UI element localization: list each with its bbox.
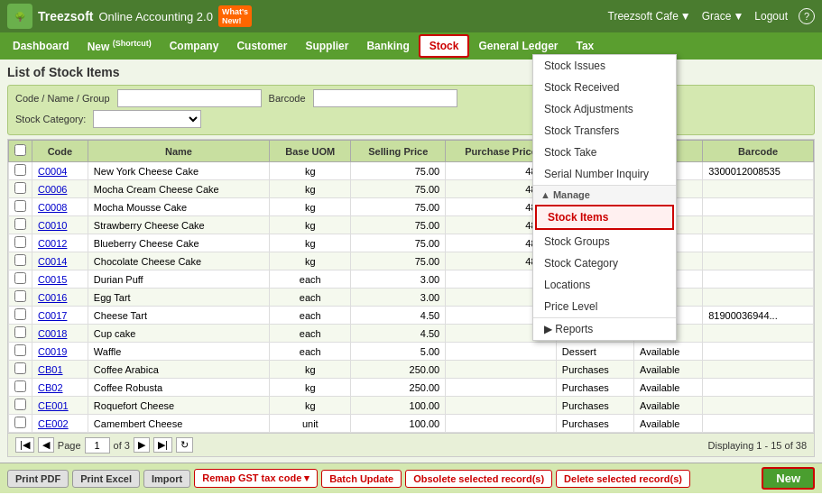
page-input[interactable] [85,437,110,454]
next-page-button[interactable]: ▶ [134,437,150,453]
row-code-9: C0018 [32,325,88,343]
code-name-group-label: Code / Name / Group [15,93,110,104]
row-barcode-4 [703,234,814,252]
code-link-2[interactable]: C0008 [38,202,67,213]
row-code-2: C0008 [32,198,88,216]
table-row: C0012 Blueberry Cheese Cake kg 75.00 48.… [9,234,814,252]
nav-customer[interactable]: Customer [227,36,296,56]
row-check-6[interactable] [14,272,26,284]
dropdown-stock-items[interactable]: Stock Items [535,205,674,230]
row-code-1: C0006 [32,180,88,198]
prev-page-button[interactable]: ◀ [38,437,54,453]
dropdown-stock-take[interactable]: Stock Take [533,142,676,163]
row-check-10[interactable] [14,344,26,356]
logout-link[interactable]: Logout [754,10,788,23]
row-name-10: Waffle [88,343,269,361]
row-name-8: Cheese Tart [88,307,269,325]
row-check-12[interactable] [14,380,26,392]
code-link-14[interactable]: CE002 [38,418,69,429]
dropdown-locations[interactable]: Locations [533,274,676,296]
print-pdf-button[interactable]: Print PDF [7,470,69,488]
code-link-9[interactable]: C0018 [38,328,67,339]
nav-banking[interactable]: Banking [357,36,418,56]
cafe-dropdown[interactable]: Treezsoft Cafe ▼ [608,10,691,23]
stock-category-select[interactable] [93,110,201,128]
delete-button[interactable]: Delete selected record(s) [556,470,690,488]
stock-items-table: Code Name Base UOM Selling Price Purchas… [7,139,815,434]
nav-new[interactable]: New (Shortcut) [79,35,161,57]
code-link-3[interactable]: C0010 [38,220,67,231]
refresh-button[interactable]: ↻ [176,437,193,453]
row-selling-10: 5.00 [351,343,446,361]
row-check-13[interactable] [14,399,26,410]
dropdown-stock-transfers[interactable]: Stock Transfers [533,120,676,142]
dropdown-stock-adjustments[interactable]: Stock Adjustments [533,98,676,120]
dropdown-stock-received[interactable]: Stock Received [533,77,676,98]
row-uom-8: each [270,307,351,325]
dropdown-stock-groups[interactable]: Stock Groups [533,231,676,252]
nav-general-ledger[interactable]: General Ledger [469,36,567,56]
row-check-0[interactable] [14,164,26,176]
row-check-4[interactable] [14,236,26,248]
code-link-13[interactable]: CE001 [38,400,69,411]
row-check-1[interactable] [14,182,26,194]
code-name-group-input[interactable] [117,89,262,107]
row-purchase-13 [446,397,557,415]
nav-company[interactable]: Company [161,36,228,56]
first-page-button[interactable]: |◀ [15,437,34,453]
code-link-6[interactable]: C0015 [38,274,67,285]
code-link-7[interactable]: C0016 [38,292,67,303]
remap-gst-button[interactable]: Remap GST tax code ▾ [194,469,318,488]
dropdown-stock-category[interactable]: Stock Category [533,252,676,274]
new-button[interactable]: New [762,467,815,490]
last-page-button[interactable]: ▶| [153,437,172,453]
nav-tax[interactable]: Tax [567,36,603,56]
code-link-12[interactable]: CB02 [38,382,63,393]
obsolete-button[interactable]: Obsolete selected record(s) [405,470,552,488]
import-button[interactable]: Import [143,470,190,488]
batch-update-button[interactable]: Batch Update [321,470,402,488]
code-link-10[interactable]: C0019 [38,346,67,357]
row-check-9[interactable] [14,326,26,338]
code-link-5[interactable]: C0014 [38,256,67,267]
nav-bar: Dashboard New (Shortcut) Company Custome… [0,32,822,60]
row-check-14[interactable] [14,417,26,428]
user-dropdown[interactable]: Grace ▼ [702,10,744,23]
row-name-9: Cup cake [88,325,269,343]
code-link-8[interactable]: C0017 [38,310,67,321]
row-check-8[interactable] [14,308,26,320]
row-code-7: C0016 [32,289,88,307]
code-link-0[interactable]: C0004 [38,166,67,177]
help-icon[interactable]: ? [799,8,815,24]
row-check-3[interactable] [14,218,26,230]
row-selling-4: 75.00 [351,234,446,252]
nav-stock[interactable]: Stock [419,34,470,58]
table-row: CE002 Camembert Cheese unit 100.00 Purch… [9,415,814,433]
select-all-checkbox[interactable] [14,144,26,156]
nav-dashboard[interactable]: Dashboard [4,36,79,56]
row-barcode-7 [703,289,814,307]
code-link-4[interactable]: C0012 [38,238,67,249]
table-row: CB02 Coffee Robusta kg 250.00 Purchases … [9,379,814,397]
row-check-11[interactable] [14,362,26,374]
code-link-1[interactable]: C0006 [38,184,67,195]
row-barcode-2 [703,198,814,216]
row-uom-0: kg [270,162,351,180]
row-check-5[interactable] [14,254,26,266]
print-excel-button[interactable]: Print Excel [72,470,140,488]
dropdown-serial-inquiry[interactable]: Serial Number Inquiry [533,163,676,185]
dropdown-reports[interactable]: ▶ Reports [533,318,676,340]
row-check-7[interactable] [14,290,26,302]
code-link-11[interactable]: CB01 [38,364,63,375]
dropdown-price-level[interactable]: Price Level [533,296,676,317]
row-check-2[interactable] [14,200,26,212]
nav-supplier[interactable]: Supplier [296,36,357,56]
row-uom-12: kg [270,379,351,397]
row-prefix-11: Purchases [556,361,633,379]
barcode-input[interactable] [313,89,457,107]
dropdown-stock-issues[interactable]: Stock Issues [533,55,676,77]
row-barcode-3 [703,216,814,234]
row-uom-2: kg [270,198,351,216]
whats-new-badge[interactable]: What'sNew! [218,5,252,27]
dropdown-manage-header[interactable]: ▲ Manage [533,186,676,204]
